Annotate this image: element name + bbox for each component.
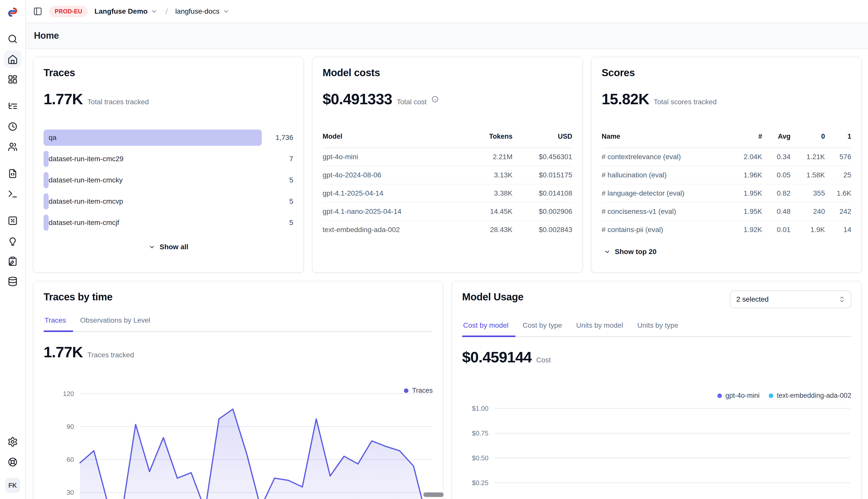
project-switcher[interactable]: langfuse-docs [173, 5, 231, 17]
search-icon [7, 34, 18, 44]
trace-bar-value: 7 [269, 155, 293, 163]
show-top-20-button[interactable]: Show top 20 [602, 247, 658, 257]
table-cell: $0.456301 [512, 148, 572, 166]
traces-chart-area: Traces 120906030 [44, 384, 433, 499]
sidebar-item-lightbulb[interactable] [4, 232, 21, 250]
legend-item: text-embedding-ada-002 [769, 392, 851, 400]
table-cell: 14 [825, 221, 851, 239]
table-cell: 355 [790, 184, 825, 203]
chart-legend: Traces [404, 387, 433, 394]
traces-by-time-metric: 1.77K Traces tracked [44, 343, 433, 361]
table-cell: # conciseness-v1 (eval) [602, 203, 731, 221]
org-name: Langfuse Demo [94, 7, 147, 15]
svg-text:90: 90 [67, 423, 74, 430]
table-row: gpt-4.1-nano-2025-04-1414.45K$0.002906 [323, 203, 572, 221]
sidebar-item-file-code[interactable] [4, 165, 21, 182]
tab-units-by-model[interactable]: Units by model [569, 321, 630, 336]
trace-bar-track: dataset-run-item-cmcvp [44, 193, 262, 209]
trace-bar-label: dataset-run-item-cmcky [49, 172, 123, 188]
chevron-down-icon [223, 8, 230, 15]
column-header: Name [602, 133, 731, 148]
table-cell: 1.92K [731, 221, 762, 239]
table-row: # contextrelevance (eval)2.04K0.341.21K5… [602, 148, 851, 166]
table-cell: 1.6K [825, 184, 851, 203]
table-cell: # contains-pii (eval) [602, 221, 731, 239]
info-icon[interactable] [431, 95, 439, 103]
sidebar-item-clipboard-pen[interactable] [4, 253, 21, 270]
tab-observations-by-level[interactable]: Observations by Level [73, 316, 157, 331]
org-switcher[interactable]: Langfuse Demo [92, 5, 160, 17]
sidebar-item-list-tree[interactable] [4, 98, 21, 115]
sidebar-nav [4, 27, 21, 290]
metric-value: 1.77K [44, 343, 83, 361]
scores-metric: 15.82K Total scores tracked [602, 90, 851, 108]
langfuse-logo[interactable] [5, 5, 20, 19]
table-cell: 1.9K [790, 221, 825, 239]
model-select-dropdown[interactable]: 2 selected [730, 291, 851, 308]
user-avatar[interactable]: FK [5, 478, 20, 493]
sidebar-item-square-percent[interactable] [4, 212, 21, 229]
trace-bar-value: 1,736 [269, 134, 293, 142]
bottom-card-row: Traces by time Traces Observations by Le… [33, 281, 862, 499]
table-cell: text-embedding-ada-002 [323, 221, 466, 239]
legend-dot [717, 393, 722, 398]
metric-value: $0.491333 [323, 90, 392, 108]
metric-value: 1.77K [44, 90, 83, 108]
sidebar-item-users[interactable] [4, 138, 21, 155]
table-row: # contains-pii (eval)1.92K0.011.9K14 [602, 221, 851, 239]
sidebar-item-clock[interactable] [4, 118, 21, 135]
horizontal-scrollbar-thumb[interactable] [423, 492, 444, 497]
users-icon [7, 142, 18, 152]
trace-bar [44, 215, 49, 231]
tab-traces[interactable]: Traces [44, 316, 73, 331]
table-cell: gpt-4o-2024-08-06 [323, 166, 466, 184]
page-header: Home [26, 23, 868, 49]
langfuse-logo-icon [6, 5, 19, 19]
trace-bar-value: 5 [269, 176, 293, 184]
sidebar-item-life-buoy[interactable] [4, 453, 21, 471]
table-cell: gpt-4o-mini [323, 148, 466, 166]
table-cell: # contextrelevance (eval) [602, 148, 731, 166]
sidebar-footer [4, 430, 21, 471]
show-all-button[interactable]: Show all [146, 242, 190, 252]
table-cell: 14.45K [466, 203, 512, 221]
svg-text:120: 120 [63, 390, 74, 398]
sidebar-item-database[interactable] [4, 273, 21, 290]
tab-units-by-type[interactable]: Units by type [630, 321, 686, 336]
sidebar-item-layout-dashboard[interactable] [4, 71, 21, 88]
table-row: gpt-4.1-2025-04-143.38K$0.014108 [323, 184, 572, 203]
env-badge: PROD-EU [49, 6, 88, 17]
sidebar-item-settings[interactable] [4, 433, 21, 450]
trace-bar-label: dataset-run-item-cmcvp [49, 193, 123, 209]
table-cell: 0.34 [762, 148, 790, 166]
table-row: gpt-4o-mini2.21M$0.456301 [323, 148, 572, 166]
project-name: langfuse-docs [175, 7, 219, 15]
sidebar-item-terminal[interactable] [4, 185, 21, 203]
chevron-down-icon [604, 248, 611, 255]
column-header: # [731, 133, 762, 148]
chart-legend: gpt-4o-mini text-embedding-ada-002 [717, 392, 851, 400]
card-title: Model costs [323, 66, 572, 79]
trace-bar-value: 5 [269, 197, 293, 206]
column-header: 0 [790, 133, 825, 148]
traces-metric: 1.77K Total traces tracked [44, 90, 293, 108]
breadcrumb-separator: / [165, 7, 168, 16]
legend-item: gpt-4o-mini [717, 392, 760, 400]
traces-by-time-chart: 120906030 [44, 384, 433, 499]
tab-cost-by-type[interactable]: Cost by type [515, 321, 569, 336]
sidebar-item-home[interactable] [4, 51, 21, 68]
sidebar-toggle-button[interactable] [31, 4, 45, 18]
page-title: Home [34, 31, 860, 41]
main-column: PROD-EU Langfuse Demo / langfuse-docs Ho… [26, 0, 868, 499]
model-usage-chart-area: gpt-4o-mini text-embedding-ada-002 $1.00… [462, 389, 851, 499]
home-icon [7, 54, 18, 64]
metric-label: Total cost [397, 98, 427, 106]
tab-cost-by-model[interactable]: Cost by model [462, 321, 515, 336]
metric-value: $0.459144 [462, 348, 532, 366]
table-cell: 1.58K [790, 166, 825, 184]
metric-label: Total traces tracked [87, 98, 149, 106]
trace-bar-value: 5 [269, 219, 293, 227]
table-row: # language-detector (eval)1.95K0.823551.… [602, 184, 851, 203]
langfuse-home-page: FK PROD-EU Langfuse Demo / langfuse-docs… [0, 0, 868, 499]
sidebar-item-search[interactable] [4, 31, 21, 48]
